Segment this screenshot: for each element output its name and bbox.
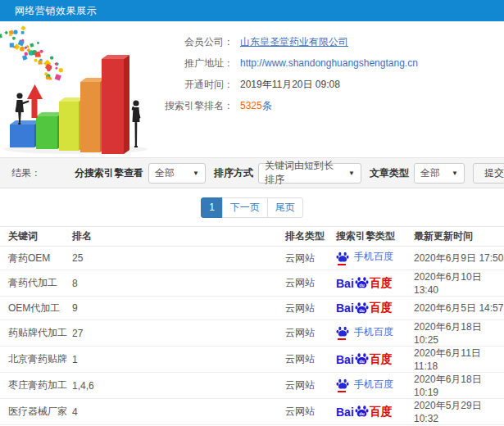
updated-time-cell: 2020年6月18日 10:25: [414, 320, 504, 347]
submit-button[interactable]: 提交: [473, 163, 504, 184]
last-page-button[interactable]: 尾页: [267, 197, 303, 218]
company-info-section: 会员公司： 山东皇圣堂药业有限公司 推广地址： http://www.shand…: [0, 21, 504, 157]
engine-cell: 手机百度 Bai du 百度: [336, 320, 414, 347]
chevron-down-icon: ▼: [348, 170, 355, 177]
article-type-label: 文章类型: [370, 166, 409, 180]
mobile-baidu-logo: 手机百度: [336, 250, 393, 264]
updated-time-cell: 2020年6月18日 10:19: [414, 373, 504, 399]
svg-text:du: du: [359, 411, 364, 416]
baidu-paw-icon: du: [355, 301, 369, 315]
header-keyword: 关键词: [0, 227, 72, 247]
engine-filter-select[interactable]: 全部 ▼: [148, 163, 206, 184]
growth-chart-illustration: [0, 25, 156, 156]
rank-link[interactable]: 1,4,6: [72, 373, 285, 399]
engine-filter-label: 分搜索引擎查看: [75, 166, 143, 180]
header-engine-type: 搜索引擎类型: [336, 227, 414, 247]
baidu-paw-icon: [336, 251, 349, 264]
table-row: 药贴牌代加工 27 云网站 手机百度 Bai: [0, 320, 504, 347]
table-row: 膏药代加工 8 云网站 手机百度 Bai: [0, 270, 504, 297]
table-row: 膏药OEM 25 云网站 手机百度 Bai: [0, 247, 504, 270]
red-underline: [338, 338, 346, 340]
chevron-down-icon: ▼: [452, 170, 458, 177]
rank-link[interactable]: 25: [72, 247, 285, 270]
baidu-logo: Bai du 百度: [336, 352, 393, 367]
rank-link[interactable]: 1: [72, 347, 285, 373]
article-type-select[interactable]: 全部 ▼: [414, 163, 465, 184]
table-row: 北京膏药贴牌 1 云网站 手机百度 Bai: [0, 347, 504, 373]
svg-text:du: du: [359, 283, 364, 288]
updated-time-cell: 2020年6月5日 14:57: [414, 297, 504, 320]
keyword-cell: 医疗器械厂家: [0, 399, 72, 425]
rank-count-label: 搜索引擎排名：: [156, 99, 234, 113]
next-page-button[interactable]: 下一页: [222, 197, 268, 218]
info-row-url: 推广地址： http://www.shandonghuangshengtang.…: [156, 52, 504, 74]
mobile-baidu-logo: 手机百度: [336, 378, 393, 392]
page-title: 网络营销效果展示: [0, 0, 504, 21]
keyword-cell: 膏药代加工: [0, 270, 72, 297]
rank-link[interactable]: 9: [72, 297, 285, 320]
header-rank: 排名: [72, 227, 285, 247]
promo-url-link[interactable]: http://www.shandonghuangshengtang.cn: [240, 57, 418, 69]
company-info-panel: 会员公司： 山东皇圣堂药业有限公司 推广地址： http://www.shand…: [156, 25, 504, 157]
table-row: OEM代加工 9 云网站 手机百度 Bai: [0, 297, 504, 320]
baidu-paw-icon: du: [355, 352, 369, 366]
baidu-paw-icon: [336, 325, 349, 338]
table-header-row: 关键词 排名 排名类型 搜索引擎类型 最新更新时间: [0, 227, 504, 247]
mobile-baidu-label: 手机百度: [354, 378, 393, 392]
page-1-button[interactable]: 1: [201, 197, 223, 218]
info-row-rank-count: 搜索引擎排名： 5325条: [156, 95, 504, 116]
bar-blue: [10, 120, 40, 147]
filter-bar: 结果： 分搜索引擎查看 全部 ▼ 排序方式 关键词由短到长排序 ▼ 文章类型 全…: [0, 157, 504, 188]
pagination: 1 下一页 尾页: [0, 188, 504, 226]
updated-time-cell: 2020年6月11日 11:18: [414, 347, 504, 373]
bar-red: [102, 55, 129, 154]
mobile-baidu-label: 手机百度: [354, 250, 393, 264]
info-row-company: 会员公司： 山东皇圣堂药业有限公司: [156, 31, 504, 52]
rank-type-cell: 云网站: [285, 373, 336, 399]
engine-cell: 手机百度 Bai du 百度: [336, 297, 414, 320]
svg-text:du: du: [359, 359, 364, 364]
rank-type-cell: 云网站: [285, 297, 336, 320]
baidu-paw-icon: du: [355, 276, 369, 290]
up-arrow-icon: [27, 84, 43, 118]
rank-type-cell: 云网站: [285, 270, 336, 297]
header-rank-type: 排名类型: [285, 227, 336, 247]
engine-cell: 手机百度 Bai du 百度: [336, 373, 414, 399]
chevron-down-icon: ▼: [193, 170, 199, 177]
baidu-paw-icon: du: [355, 405, 369, 419]
header-updated: 最新更新时间: [414, 227, 504, 247]
sort-label: 排序方式: [214, 166, 253, 180]
red-underline: [338, 264, 346, 265]
table-row: 医疗器械厂家 4 云网站 手机百度 Bai: [0, 399, 504, 425]
rank-link[interactable]: 27: [72, 320, 285, 347]
info-row-open-time: 开通时间： 2019年11月20日 09:08: [156, 74, 504, 95]
table-row: 枣庄膏药加工 1,4,6 云网站 手机百度 Bai: [0, 373, 504, 399]
results-table: 关键词 排名 排名类型 搜索引擎类型 最新更新时间 膏药OEM 25 云网站: [0, 226, 504, 426]
engine-cell: 手机百度 Bai du 百度: [336, 399, 414, 425]
mobile-baidu-logo: 手机百度: [336, 325, 393, 339]
rank-link[interactable]: 8: [72, 270, 285, 297]
engine-cell: 手机百度 Bai du 百度: [336, 247, 414, 270]
open-time-label: 开通时间：: [156, 78, 234, 92]
engine-cell: 手机百度 Bai du 百度: [336, 270, 414, 297]
mobile-baidu-label: 手机百度: [354, 325, 393, 339]
keyword-cell: 北京膏药贴牌: [0, 347, 72, 373]
businessman-right: [132, 100, 141, 147]
sort-select[interactable]: 关键词由短到长排序 ▼: [258, 163, 361, 184]
rank-type-cell: 云网站: [285, 347, 336, 373]
rank-link[interactable]: 4: [72, 399, 285, 425]
updated-time-cell: 2020年6月10日 13:40: [414, 270, 504, 297]
keyword-cell: 药贴牌代加工: [0, 320, 72, 347]
baidu-paw-icon: [336, 378, 349, 391]
baidu-logo: Bai du 百度: [336, 405, 393, 419]
promo-url-label: 推广地址：: [156, 57, 234, 70]
company-label: 会员公司：: [156, 35, 234, 49]
keyword-cell: 膏药OEM: [0, 247, 72, 270]
baidu-logo: Bai du 百度: [336, 301, 393, 315]
keyword-cell: OEM代加工: [0, 297, 72, 320]
rank-type-cell: 云网站: [285, 247, 336, 270]
company-name-link[interactable]: 山东皇圣堂药业有限公司: [240, 35, 348, 49]
engine-cell: 手机百度 Bai du 百度: [336, 347, 414, 373]
open-time-value: 2019年11月20日 09:08: [240, 78, 340, 92]
svg-text:du: du: [359, 307, 364, 312]
